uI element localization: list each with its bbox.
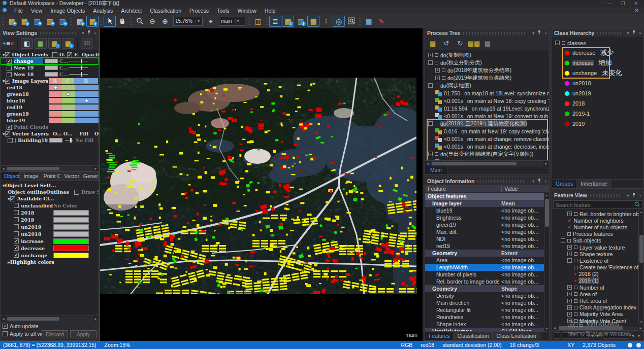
- grid-tool-icon[interactable]: ▦: [363, 16, 375, 27]
- expander-icon[interactable]: -: [428, 83, 433, 88]
- horizontal-scrollbar[interactable]: ◄►: [1, 165, 99, 171]
- classification-view-icon[interactable]: ▤: [307, 16, 319, 27]
- object-info-row[interactable]: Brightness<no image ob...: [425, 214, 544, 221]
- menu-view[interactable]: View: [27, 7, 47, 14]
- minimize-button[interactable]: —: [607, 1, 611, 6]
- class-item[interactable]: un2019: [552, 88, 643, 98]
- class-color-swatch[interactable]: [53, 231, 89, 237]
- class-item[interactable]: decrease减少: [552, 48, 643, 58]
- tab-class-evaluation[interactable]: Class Evaluation: [493, 332, 540, 340]
- expander-icon[interactable]: -: [561, 238, 565, 243]
- insert-process-icon[interactable]: ▤●: [74, 16, 86, 27]
- object-info-row[interactable]: Image layerMean: [425, 200, 544, 207]
- horizontal-scrollbar[interactable]: ◄►: [1, 316, 99, 321]
- image-object-info-icon[interactable]: ▤i: [282, 16, 294, 27]
- menu-window[interactable]: Window: [233, 7, 260, 14]
- object-info-row[interactable]: Length/Width<no image ob...: [425, 264, 544, 271]
- aerial-image[interactable]: [100, 28, 423, 341]
- feature-item[interactable]: ●2019 (1): [552, 277, 638, 284]
- discard-button[interactable]: Discard: [42, 330, 68, 338]
- color-swatch-button[interactable]: [45, 59, 58, 63]
- horizontal-scrollbar[interactable]: ◄►: [552, 325, 643, 330]
- expander-icon[interactable]: +: [561, 232, 565, 236]
- panel-drag-dots[interactable]: [40, 32, 76, 34]
- pixel-view-icon[interactable]: ▥i: [295, 16, 307, 27]
- chevron-down-icon[interactable]: ▾: [82, 31, 84, 36]
- layer-minus-icon[interactable]: ▦−: [48, 38, 60, 49]
- feature-item[interactable]: +Majority Vote Count: [552, 318, 638, 324]
- available-classes-row[interactable]: ▾ ✓Available Cl...: [1, 195, 99, 202]
- zoom-select-icon[interactable]: [134, 16, 146, 27]
- coordinate-mode[interactable]: XY: [567, 342, 574, 348]
- equalization-mode[interactable]: standard deviation (2.00): [442, 342, 501, 348]
- feature-item[interactable]: ✓Number of sub-objects: [552, 224, 638, 230]
- process-row[interactable]: 0.016on main at New 19: copy creating 'c…: [425, 127, 549, 135]
- map-select-dropdown[interactable]: main▾: [219, 17, 245, 26]
- expander-icon[interactable]: -: [555, 41, 560, 45]
- range-min-input[interactable]: [562, 332, 589, 339]
- object-info-row[interactable]: Roundness<no image ob...: [425, 313, 544, 321]
- class-visibility-row[interactable]: ✓unchange: [1, 252, 99, 259]
- open-workspace-icon[interactable]: ▤●: [18, 16, 30, 27]
- samples-icon[interactable]: ⁝: [320, 16, 332, 27]
- process-row[interactable]: <0.001son main at change: remove classif…: [425, 135, 549, 143]
- expander-icon[interactable]: +: [435, 76, 440, 80]
- delete-process-icon[interactable]: ▤: [481, 38, 494, 49]
- expander-icon[interactable]: -: [428, 152, 433, 156]
- expander-icon[interactable]: +: [567, 319, 572, 323]
- close-panel-icon[interactable]: ×: [639, 31, 641, 36]
- chevron-down-icon[interactable]: ▾: [532, 179, 534, 184]
- expander-icon[interactable]: +: [567, 312, 572, 317]
- process-row[interactable]: <0.001son main at change: decrease, incr…: [425, 143, 549, 150]
- panel-drag-dots[interactable]: [477, 180, 526, 183]
- process-row[interactable]: <0.001son main at New 19: convert to sub…: [425, 112, 549, 120]
- expander-icon[interactable]: +: [435, 68, 440, 73]
- chevron-down-icon[interactable]: ▾: [627, 31, 629, 36]
- feature-item[interactable]: +Process features: [552, 231, 638, 237]
- redo-icon[interactable]: ↻: [454, 38, 466, 49]
- execute-process-icon[interactable]: ▤◔: [427, 38, 439, 49]
- close-panel-icon[interactable]: ×: [94, 31, 96, 36]
- tab-image[interactable]: Image ...: [20, 172, 40, 181]
- class-color-swatch[interactable]: [53, 253, 89, 258]
- object-info-row[interactable]: GeometryShape: [425, 285, 544, 292]
- add-level-icon[interactable]: +≡×: [2, 38, 14, 49]
- save-map-icon[interactable]: ▥▾: [56, 16, 69, 27]
- chevron-down-icon[interactable]: ▾: [532, 31, 534, 36]
- undo-icon[interactable]: ↺: [440, 38, 453, 49]
- expander-icon[interactable]: +: [567, 285, 572, 290]
- new-map-icon[interactable]: ▥+: [31, 16, 43, 27]
- zoom-out-icon[interactable]: ⊖: [146, 16, 158, 27]
- process-row[interactable]: 01.000on main decrease, increase, unchan…: [425, 158, 549, 160]
- close-panel-icon[interactable]: ×: [544, 179, 547, 184]
- object-info-row[interactable]: NDI<no image ob...: [425, 235, 544, 242]
- layer-plus-icon[interactable]: ▦+: [62, 38, 74, 49]
- object-info-row[interactable]: GeometryExtent: [425, 250, 544, 257]
- class-visibility-row[interactable]: unclassifiedNo Color: [1, 202, 99, 209]
- auto-update-checkbox[interactable]: ✓: [3, 324, 8, 329]
- view-3d-button[interactable]: 3D: [81, 38, 93, 49]
- class-item[interactable]: 2019-1: [552, 109, 643, 119]
- pin-icon[interactable]: [632, 30, 636, 36]
- object-level-row[interactable]: ✓changeC...: [1, 58, 99, 64]
- expander-icon[interactable]: +: [567, 245, 572, 250]
- class-item[interactable]: 2018: [552, 98, 643, 109]
- menu-file[interactable]: File: [10, 7, 27, 14]
- object-info-row[interactable]: Rectangular fit<no image ob...: [425, 306, 544, 313]
- menu-classification[interactable]: Classification: [146, 7, 185, 14]
- process-row[interactable]: <0.001son main at New 18: copy creating …: [425, 97, 549, 104]
- expander-icon[interactable]: -: [428, 121, 433, 126]
- menu-analysis[interactable]: Analysis: [89, 7, 117, 14]
- toolbar-grip[interactable]: [359, 17, 361, 26]
- object-info-row[interactable]: green19<no image ob...: [425, 221, 544, 228]
- close-button[interactable]: ✕: [634, 1, 638, 6]
- toolbar-grip[interactable]: [266, 17, 268, 26]
- image-layer-row[interactable]: red19: [1, 104, 99, 111]
- zoom-level-dropdown[interactable]: 15.76%▾: [173, 17, 203, 26]
- document-close-icon[interactable]: ✕: [635, 8, 644, 13]
- expander-icon[interactable]: +: [567, 305, 572, 310]
- object-info-row[interactable]: Rel. border to image border<no image ob.…: [425, 278, 544, 285]
- color-mode[interactable]: RGB: [401, 342, 413, 348]
- feature-item[interactable]: +Number of: [552, 284, 638, 291]
- process-row[interactable]: +do (2018年建筑物分类结果): [425, 66, 549, 74]
